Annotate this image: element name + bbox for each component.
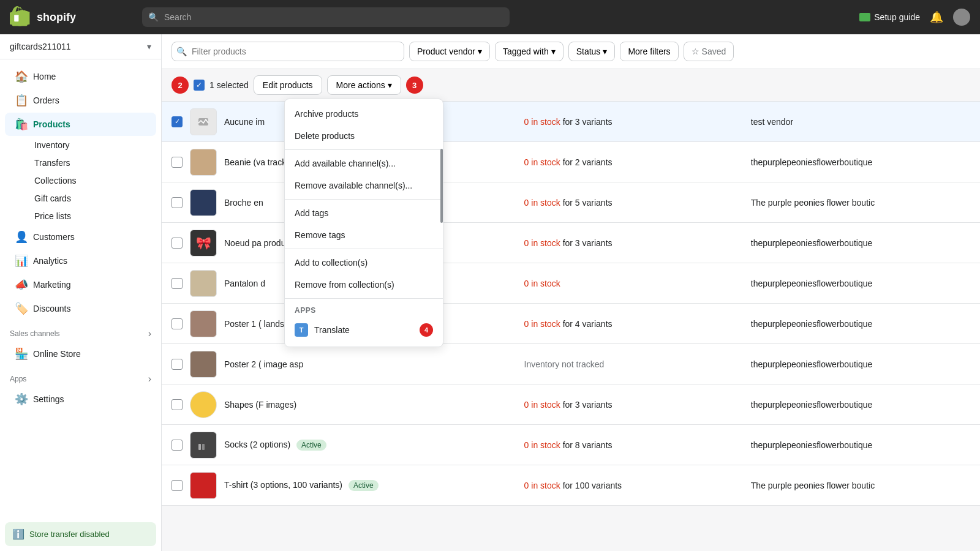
saved-filters-label: Saved xyxy=(702,47,726,56)
filter-products-input[interactable] xyxy=(172,42,404,61)
status-chevron-icon: ▾ xyxy=(603,47,607,56)
dropdown-archive-products[interactable]: Archive products xyxy=(285,103,443,125)
sidebar-item-analytics[interactable]: 📊 Analytics xyxy=(5,249,156,272)
stock-variants-9: for 8 variants xyxy=(563,440,612,450)
sidebar-sub-label-transfers: Transfers xyxy=(34,158,70,168)
badge-2: 2 xyxy=(172,77,189,94)
dropdown-add-tags[interactable]: Add tags xyxy=(285,202,443,224)
sales-channels-section: Sales channels › xyxy=(0,321,161,342)
store-selector[interactable]: giftcards211011 ▾ xyxy=(0,34,161,59)
dropdown-remove-collection[interactable]: Remove from collection(s) xyxy=(285,274,443,296)
product-thumb-5 xyxy=(190,270,217,297)
dropdown-apps-section-label: APPS xyxy=(285,301,443,317)
edit-products-button[interactable]: Edit products xyxy=(254,75,322,95)
product-info-8: Shapes (F images) xyxy=(224,400,517,410)
product-thumb-3 xyxy=(190,189,217,216)
product-name-9[interactable]: Socks (2 options) xyxy=(224,440,290,449)
edit-products-label: Edit products xyxy=(263,80,313,90)
stock-col-2: 0 in stock for 2 variants xyxy=(524,157,744,167)
dropdown-add-channels[interactable]: Add available channel(s)... xyxy=(285,152,443,174)
product-name-1[interactable]: Aucune im xyxy=(224,117,265,127)
vendor-name-8: thepurplepeoniesflowerboutique xyxy=(751,400,872,410)
vendor-name-7: thepurplepeoniesflowerboutique xyxy=(751,359,872,369)
delete-products-label: Delete products xyxy=(295,131,355,141)
stock-variants-2: for 2 variants xyxy=(563,157,612,167)
vendor-col-8: thepurplepeoniesflowerboutique xyxy=(751,400,970,410)
saved-filters-button[interactable]: ☆ Saved xyxy=(684,42,734,61)
stock-col-9: 0 in stock for 8 variants xyxy=(524,440,744,450)
product-status-badge-10: Active xyxy=(349,480,379,491)
tagged-with-filter-button[interactable]: Tagged with ▾ xyxy=(495,42,564,61)
sidebar-item-online-store[interactable]: 🏪 Online Store xyxy=(5,342,156,365)
logo[interactable]: shopify xyxy=(10,6,132,28)
product-vendor-chevron-icon: ▾ xyxy=(478,47,482,56)
product-vendor-filter-button[interactable]: Product vendor ▾ xyxy=(409,42,490,61)
main-content: 🔍 Product vendor ▾ Tagged with ▾ Status … xyxy=(162,34,980,551)
sidebar-item-discounts[interactable]: 🏷️ Discounts xyxy=(5,297,156,320)
stock-text-7: Inventory not tracked xyxy=(524,359,605,369)
sidebar-item-price-lists[interactable]: Price lists xyxy=(24,208,156,225)
svg-rect-4 xyxy=(202,444,205,450)
dropdown-remove-channels[interactable]: Remove available channel(s)... xyxy=(285,174,443,197)
sidebar-item-collections[interactable]: Collections xyxy=(24,172,156,189)
product-thumb-10 xyxy=(190,472,217,499)
remove-tags-label: Remove tags xyxy=(295,230,345,240)
stock-variants-6: for 4 variants xyxy=(563,319,612,329)
sidebar-item-marketing[interactable]: 📣 Marketing xyxy=(5,273,156,296)
select-all-checkbox[interactable]: ✓ xyxy=(194,80,205,91)
more-actions-button[interactable]: More actions ▾ xyxy=(327,75,401,95)
store-transfer-info-icon: ℹ️ xyxy=(12,528,24,540)
user-avatar[interactable] xyxy=(953,9,970,26)
dropdown-add-collection[interactable]: Add to collection(s) xyxy=(285,252,443,274)
sidebar-item-transfers[interactable]: Transfers xyxy=(24,154,156,171)
filter-search-icon: 🔍 xyxy=(176,47,187,56)
sidebar-item-gift-cards[interactable]: Gift cards xyxy=(24,190,156,207)
row-checkbox-1[interactable]: ✓ xyxy=(172,116,183,127)
sidebar-item-products[interactable]: 🛍️ Products xyxy=(5,113,156,136)
filter-bar: 🔍 Product vendor ▾ Tagged with ▾ Status … xyxy=(162,34,980,69)
notifications-bell-icon[interactable]: 🔔 xyxy=(930,10,943,24)
sidebar-item-label-orders: Orders xyxy=(33,96,59,105)
product-vendor-filter-label: Product vendor xyxy=(417,47,475,56)
more-filters-label: More filters xyxy=(628,47,670,56)
row-checkbox-10[interactable] xyxy=(172,480,183,491)
row-checkbox-5[interactable] xyxy=(172,278,183,289)
vendor-col-2: thepurplepeoniesflowerboutique xyxy=(751,157,970,167)
stock-variants-1: for 3 variants xyxy=(563,117,612,127)
row-checkbox-6[interactable] xyxy=(172,318,183,329)
product-name-3[interactable]: Broche en xyxy=(224,198,263,208)
sidebar-products-sub: Inventory Transfers Collections Gift car… xyxy=(0,137,161,225)
sidebar-item-home[interactable]: 🏠 Home xyxy=(5,65,156,88)
dropdown-delete-products[interactable]: Delete products xyxy=(285,125,443,147)
product-thumb-1 xyxy=(190,108,217,135)
vendor-name-10: The purple peonies flower boutic xyxy=(751,481,875,490)
table-row: Socks (2 options) Active 0 in stock for … xyxy=(162,425,980,465)
product-name-8[interactable]: Shapes (F images) xyxy=(224,400,296,410)
sidebar-item-settings[interactable]: ⚙️ Settings xyxy=(5,388,156,411)
more-filters-button[interactable]: More filters xyxy=(620,42,678,61)
remove-channels-label: Remove available channel(s)... xyxy=(295,181,412,190)
row-checkbox-7[interactable] xyxy=(172,359,183,370)
row-checkbox-2[interactable] xyxy=(172,157,183,168)
product-name-10[interactable]: T-shirt (3 options, 100 variants) xyxy=(224,480,342,490)
row-checkbox-4[interactable] xyxy=(172,238,183,249)
vendor-name-9: thepurplepeoniesflowerboutique xyxy=(751,440,872,450)
topbar-search-input[interactable] xyxy=(142,7,510,27)
stock-col-3: 0 in stock for 5 variants xyxy=(524,198,744,208)
status-filter-button[interactable]: Status ▾ xyxy=(568,42,616,61)
dropdown-remove-tags[interactable]: Remove tags xyxy=(285,224,443,246)
more-actions-dropdown: Archive products Delete products Add ava… xyxy=(284,99,443,347)
sidebar-item-label-products: Products xyxy=(33,119,70,129)
row-checkbox-9[interactable] xyxy=(172,440,183,451)
product-name-5[interactable]: Pantalon d xyxy=(224,279,265,288)
sidebar-item-orders[interactable]: 📋 Orders xyxy=(5,89,156,112)
tagged-with-filter-label: Tagged with xyxy=(503,47,549,56)
row-checkbox-8[interactable] xyxy=(172,399,183,410)
sidebar-item-inventory[interactable]: Inventory xyxy=(24,137,156,154)
dropdown-translate[interactable]: T Translate 4 xyxy=(285,317,443,343)
stock-text-10: 0 in stock xyxy=(524,481,560,490)
setup-guide-button[interactable]: Setup guide xyxy=(859,12,920,22)
row-checkbox-3[interactable] xyxy=(172,197,183,208)
product-name-7[interactable]: Poster 2 ( image asp xyxy=(224,359,303,369)
sidebar-item-customers[interactable]: 👤 Customers xyxy=(5,225,156,249)
